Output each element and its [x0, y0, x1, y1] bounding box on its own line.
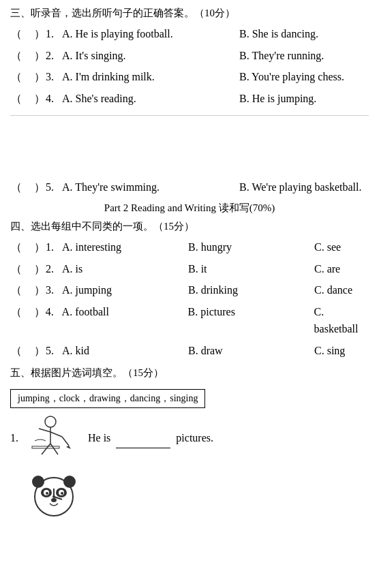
- section4-title: 四、选出每组中不同类的一项。（15分）: [10, 220, 369, 233]
- svg-point-10: [32, 476, 44, 488]
- svg-line-7: [62, 437, 69, 446]
- q4-3: （ ） 3. A. jumping B. drinking C. dance: [10, 281, 369, 299]
- svg-line-2: [39, 429, 50, 432]
- person-drawing-image: [27, 415, 81, 463]
- q3-2: （ ） 2. A. It's singing. B. They're runni…: [10, 47, 369, 65]
- q3-1: （ ） 1. A. He is playing football. B. She…: [10, 25, 369, 43]
- q4-5: （ ） 5. A. kid B. draw C. sing: [10, 342, 369, 360]
- svg-point-16: [46, 492, 48, 495]
- svg-point-17: [61, 492, 63, 495]
- q3-5: （ ） 5. A. They're swimming. B. We're pla…: [10, 179, 369, 196]
- svg-line-5: [50, 444, 58, 454]
- svg-point-18: [51, 498, 57, 502]
- clock-image: [27, 468, 81, 523]
- q3-3: （ ） 3. A. I'm drinking milk. B. You're p…: [10, 68, 369, 86]
- svg-line-4: [42, 444, 50, 454]
- q4-1: （ ） 1. A. interesting B. hungry C. see: [10, 238, 369, 256]
- part2-title: Part 2 Reading and Writing 读和写(70%): [10, 202, 369, 215]
- q3-4: （ ） 4. A. She's reading. B. He is jumpin…: [10, 90, 369, 108]
- divider-1: [10, 115, 369, 116]
- fill-item-1: 1. He is pictures.: [10, 415, 369, 463]
- svg-line-3: [50, 432, 62, 437]
- section3-title: 三、听录音，选出所听句子的正确答案。（10分）: [10, 7, 369, 20]
- svg-point-0: [45, 416, 56, 427]
- fill-item-2: [10, 468, 369, 523]
- q4-2: （ ） 2. A. is B. it C. are: [10, 260, 369, 278]
- section5-title: 五、根据图片选词填空。（15分）: [10, 367, 369, 380]
- fill-blank-1[interactable]: [116, 429, 170, 449]
- word-box: jumping，clock，drawing，dancing，singing: [10, 389, 205, 408]
- svg-marker-8: [66, 446, 71, 449]
- svg-rect-6: [32, 446, 59, 448]
- q4-4: （ ） 4. A. football B. pictures C. basket…: [10, 303, 369, 338]
- spacer-top: [10, 124, 369, 179]
- paren-3-1: （: [10, 25, 22, 43]
- svg-point-11: [63, 476, 76, 488]
- svg-point-21: [52, 495, 55, 498]
